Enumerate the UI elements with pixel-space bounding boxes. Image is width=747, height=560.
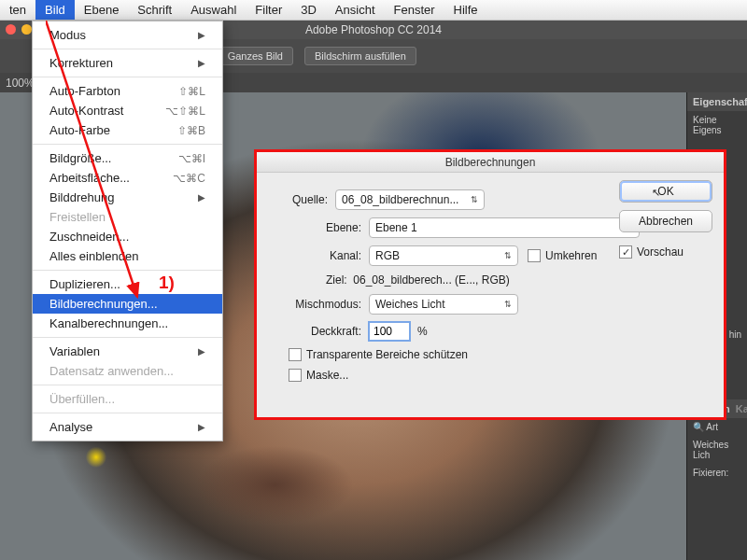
kanal-label: Kanal: xyxy=(303,249,361,262)
kanal-select[interactable]: RGB⇅ xyxy=(369,245,518,266)
mischmodus-select[interactable]: Weiches Licht⇅ xyxy=(369,294,518,315)
menu-item[interactable]: Analyse▶ xyxy=(33,417,222,437)
menu-item[interactable]: Ansicht xyxy=(326,0,385,20)
chevron-updown-icon: ⇅ xyxy=(504,300,512,309)
chevron-right-icon: ▶ xyxy=(198,30,205,40)
menu-item: Freistellen xyxy=(33,207,222,227)
menu-item[interactable]: Variablen▶ xyxy=(33,342,222,361)
menu-item[interactable]: Auswahl xyxy=(181,0,246,20)
pct-label: % xyxy=(417,325,428,338)
vorschau-checkbox[interactable]: ✓ Vorschau xyxy=(619,245,712,259)
bild-menu-dropdown: Modus▶Korrekturen▶Auto-Farbton⇧⌘LAuto-Ko… xyxy=(32,21,223,441)
umkehren-label: Umkehren xyxy=(545,249,597,262)
ebene-select[interactable]: Ebene 1⇅ xyxy=(369,217,640,238)
menu-item-bild[interactable]: Bild xyxy=(35,0,75,20)
menu-item[interactable]: Bildberechnungen... xyxy=(33,294,222,314)
system-menubar: ten Bild Ebene Schrift Auswahl Filter 3D… xyxy=(0,0,747,21)
menu-item[interactable]: Arbeitsfläche...⌥⌘C xyxy=(33,168,222,188)
quelle-select[interactable]: 06_08_bildberechnun...⇅ xyxy=(335,189,485,210)
chevron-right-icon: ▶ xyxy=(198,422,205,432)
deckkraft-label: Deckkraft: xyxy=(270,325,361,338)
mischmodus-label: Mischmodus: xyxy=(270,298,361,311)
fill-screen-button[interactable]: Bildschirm ausfüllen xyxy=(304,47,416,65)
chevron-right-icon: ▶ xyxy=(198,192,205,203)
chevron-right-icon: ▶ xyxy=(198,58,205,68)
menu-item[interactable]: 3D xyxy=(291,0,326,20)
deckkraft-input[interactable] xyxy=(369,322,410,341)
menu-item[interactable]: Schrift xyxy=(128,0,181,20)
menu-item[interactable]: Fenster xyxy=(385,0,444,20)
menu-item[interactable]: ten xyxy=(0,0,35,20)
chevron-right-icon: ▶ xyxy=(198,346,205,357)
ok-button[interactable]: OK↖ xyxy=(619,180,712,203)
vorschau-label: Vorschau xyxy=(637,245,684,259)
ziel-value: 06_08_bildberech... (E..., RGB) xyxy=(353,273,509,287)
lock-row[interactable]: Fixieren: xyxy=(687,464,747,482)
menu-item[interactable]: Auto-Kontrast⌥⇧⌘L xyxy=(33,101,222,120)
menu-item[interactable]: Auto-Farbe⇧⌘B xyxy=(33,120,222,140)
panel-properties-header[interactable]: Eigenschaften xyxy=(687,92,747,111)
menu-item[interactable]: Korrekturen▶ xyxy=(33,53,222,73)
quelle-label: Quelle: xyxy=(270,193,328,206)
dialog-title: Bildberechnungen xyxy=(257,152,724,173)
checkbox-icon[interactable]: ✓ xyxy=(619,245,632,259)
transparente-checkbox[interactable] xyxy=(289,348,302,361)
fit-all-button[interactable]: Ganzes Bild xyxy=(218,47,293,65)
chevron-updown-icon: ⇅ xyxy=(504,251,512,260)
menu-item[interactable]: Kanalberechnungen... xyxy=(33,314,222,333)
app-title: Adobe Photoshop CC 2014 xyxy=(305,23,442,36)
minimize-icon[interactable] xyxy=(21,24,32,35)
menu-item[interactable]: Hilfe xyxy=(444,0,487,20)
transparente-label: Transparente Bereiche schützen xyxy=(306,348,468,361)
cursor-icon: ↖ xyxy=(652,187,660,199)
maske-checkbox[interactable] xyxy=(289,369,302,382)
bildberechnungen-dialog: Bildberechnungen OK↖ Abbrechen ✓ Vorscha… xyxy=(254,149,726,420)
menu-item[interactable]: Duplizieren... xyxy=(33,274,222,294)
menu-item[interactable]: Filter xyxy=(246,0,291,20)
ebene-label: Ebene: xyxy=(303,221,361,234)
menu-item: Überfüllen... xyxy=(33,389,222,409)
close-icon[interactable] xyxy=(6,24,16,35)
menu-item[interactable]: Alles einblenden xyxy=(33,246,222,266)
blend-mode[interactable]: Weiches Lich xyxy=(687,436,747,464)
maske-label: Maske... xyxy=(306,369,348,382)
ziel-label: Ziel: xyxy=(326,273,347,287)
menu-item[interactable]: Zuschneiden... xyxy=(33,227,222,246)
cancel-button[interactable]: Abbrechen xyxy=(619,210,712,232)
menu-item[interactable]: Auto-Farbton⇧⌘L xyxy=(33,81,222,101)
umkehren-checkbox[interactable] xyxy=(528,249,541,262)
menu-item[interactable]: Bildgröße...⌥⌘I xyxy=(33,148,222,168)
layer-filter[interactable]: 🔍 Art xyxy=(687,418,747,436)
chevron-updown-icon: ⇅ xyxy=(471,195,478,204)
menu-item[interactable]: Modus▶ xyxy=(33,25,222,45)
menu-item[interactable]: Ebene xyxy=(75,0,129,20)
panel-text: Keine Eigens xyxy=(687,111,747,139)
menu-item[interactable]: Bilddrehung▶ xyxy=(33,188,222,207)
menu-item: Datensatz anwenden... xyxy=(33,361,222,381)
